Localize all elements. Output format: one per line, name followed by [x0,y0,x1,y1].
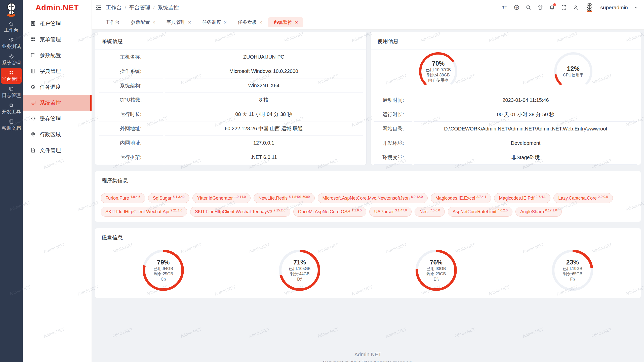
tab-close-icon[interactable]: × [188,20,191,25]
footer-app-name: Admin.NET [95,351,641,357]
rail-item-label: 日志管理 [2,93,21,98]
tab-close-icon[interactable]: × [295,20,298,25]
menu-item-param-config[interactable]: 参数配置 [23,47,92,63]
grid-icon [30,36,36,42]
info-row: 运行时长:08 天 11 小时 04 分 38 秒 [99,107,363,121]
tab-dict-mgmt[interactable]: 字典管理× [161,17,197,27]
info-value: 00 天 01 小时 38 分 50 秒 [414,107,637,122]
topbar-right: TT Φ [502,3,638,13]
donut-percent: 23% [566,259,579,265]
tab-task-board[interactable]: 任务看板× [232,17,268,27]
tab-close-icon[interactable]: × [152,20,155,25]
rail-item-log-mgmt[interactable]: 日志管理 [1,84,22,100]
theme-icon[interactable] [537,5,543,10]
menu-item-file-mgmt[interactable]: 文件管理 [23,142,92,158]
assembly-version: 1.1.9.0 [352,208,362,212]
menu-item-menu-mgmt[interactable]: 菜单管理 [23,31,92,47]
assembly-tag: OnceMi.AspNetCore.OSS1.1.9.0 [293,207,367,217]
tab-param-config[interactable]: 参数配置× [125,17,161,27]
assembly-tag: AspNetCoreRateLimit4.0.2.0 [448,207,512,217]
svg-text:T: T [505,6,507,9]
assembly-tag: SKIT.FlurlHttpClient.Wechat.TenpayV32.15… [190,207,290,217]
assembly-name: Lazy.Captcha.Core [558,196,597,201]
breadcrumb-item[interactable]: 工作台 [106,4,122,11]
assembly-tag: AngleSharp0.17.1.0 [515,207,562,217]
assembly-version: 4.8.4.5 [130,195,140,199]
current-user-name[interactable]: superadmin [600,5,628,11]
rail-item-business-test[interactable]: 业务测试 [1,35,22,51]
assembly-version: 2.0.0.0 [598,195,608,199]
menu-item-cache-mgmt[interactable]: 缓存管理 [23,111,92,126]
user-avatar[interactable] [585,3,594,13]
app-root: 工作台业务测试系统管理平台管理日志管理开发工具帮助文档 Admin.NET 租户… [0,0,644,362]
assembly-tag: Microsoft.AspNetCore.Mvc.NewtonsoftJson6… [318,193,428,203]
copy-icon [30,52,36,58]
collapse-menu-icon[interactable] [95,4,102,11]
info-row: 系统架构:Win32NT X64 [99,78,363,93]
fullscreen-icon[interactable] [561,5,567,10]
disks-title: 磁盘信息 [95,228,641,246]
footer: Admin.NET Copyright © 2022 Dilon All rig… [95,351,641,362]
rail-item-system-mgmt[interactable]: 系统管理 [1,51,22,67]
tab-task-schedule[interactable]: 任务调度× [196,17,232,27]
svg-text:T: T [502,5,505,9]
info-value: 8 核 [165,93,363,107]
app-avatar-logo[interactable] [4,2,18,17]
info-value: 2023-01-04 11:15:46 [414,93,637,107]
tab-workbench[interactable]: 工作台 [100,17,125,27]
menu-item-system-monitor[interactable]: 系统监控 [23,95,92,111]
grid-icon [9,70,14,75]
assembly-version: 7.0.0.0 [430,208,440,212]
donut-label: F:\ [570,277,575,281]
top-cards-row: 系统信息 主机名称:ZUOHUAIJUN-PC操作系统:Microsoft Wi… [95,32,641,165]
donut-label: 已用:105GB [289,267,310,271]
donut-label: 剩余:25GB [153,272,173,276]
cpu-usage-gauge-text: 12%CPU使用率 [554,52,592,90]
donut-label: 剩余:29GB [426,272,446,276]
rail-item-platform-mgmt[interactable]: 平台管理 [1,68,22,84]
info-label: 启动时间: [374,93,412,107]
main-column: 工作台/平台管理/系统监控 TT Φ [92,0,644,362]
menu-item-dict-mgmt[interactable]: 字典管理 [23,63,92,79]
info-row: 启动时间:2023-01-04 11:15:46 [374,93,637,107]
menu-item-task-schedule[interactable]: 任务调度 [23,79,92,95]
notifications-button[interactable] [549,4,555,11]
assembly-tag: SqlSugar5.1.3.42 [148,193,189,203]
assemblies-title: 程序集信息 [95,171,641,189]
tab-close-icon[interactable]: × [224,20,227,25]
info-label: 内网地址: [99,136,163,150]
assembly-tag: Furion.Pure4.8.4.5 [101,193,145,203]
donut-percent: 76% [430,259,442,265]
menu-item-admin-region[interactable]: 行政区域 [23,126,92,142]
menu-item-label: 参数配置 [40,52,61,59]
menu-item-tenant-mgmt[interactable]: 租户管理 [23,16,92,31]
tab-close-icon[interactable]: × [259,20,262,25]
copy-icon [9,86,14,92]
rail-item-workbench[interactable]: 工作台 [1,19,22,35]
language-icon[interactable]: Φ [514,5,519,10]
font-size-icon[interactable]: TT [502,5,508,10]
topbar: 工作台/平台管理/系统监控 TT Φ [92,0,644,15]
disk-f-donut-text: 23%已用:19GB剩余:65GBF:\ [552,250,593,291]
rail-item-help-docs[interactable]: 帮助文档 [1,117,22,133]
chevron-down-icon[interactable] [634,5,638,10]
info-value: .NET 6.0.11 [165,150,363,164]
breadcrumb-item[interactable]: 系统监控 [158,4,179,11]
search-icon[interactable] [526,5,531,10]
breadcrumb-item[interactable]: 平台管理 [129,4,150,11]
assembly-version: 1.0.14.0 [234,195,246,199]
rail-item-dev-tools[interactable]: 开发工具 [1,100,22,116]
tab-system-monitor[interactable]: 系统监控× [268,17,304,27]
rail-item-label: 工作台 [4,28,19,32]
donut-percent: 12% [567,66,580,72]
info-label: 网站目录: [374,122,412,136]
assembly-tag: Yitter.IdGenerator1.0.14.0 [192,193,251,203]
assembly-name: Magicodes.IE.Excel [435,196,475,201]
disk-donut-list: 79%已用:94GB剩余:25GBC:\71%已用:105GB剩余:44GBD:… [95,246,641,298]
info-value: ZUOHUAIJUN-PC [165,50,363,64]
menu-item-label: 任务调度 [40,83,61,90]
user-icon[interactable] [573,5,579,10]
assembly-tag: UAParser3.1.47.0 [369,207,412,217]
disk-c-donut-text: 79%已用:94GB剩余:25GBC:\ [143,250,184,291]
info-label: 运行框架: [99,150,163,164]
